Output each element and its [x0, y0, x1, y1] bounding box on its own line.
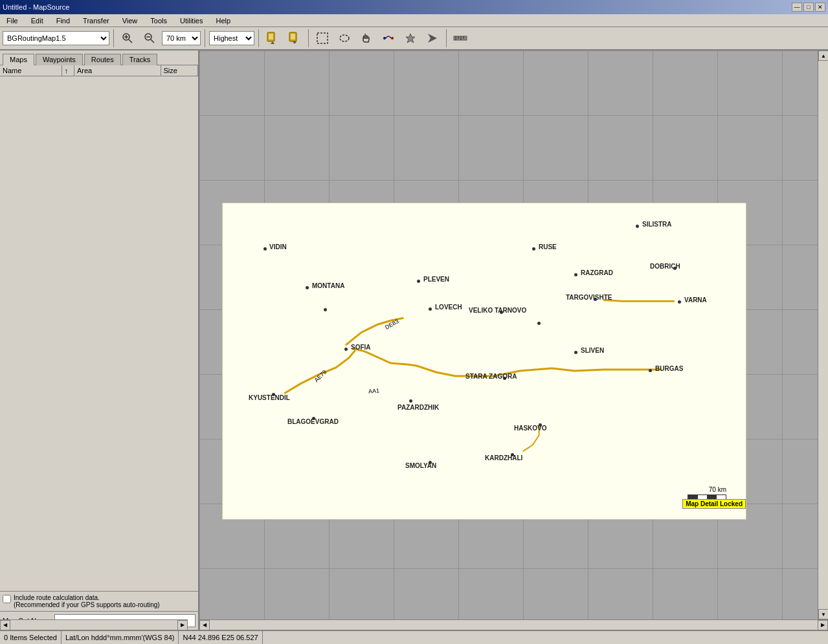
city-dobrich-label: DOBRICH — [650, 263, 680, 270]
toolbar: BGRoutingMap1.5 70 km 120 km 30 km 15 km… — [0, 27, 828, 50]
city-silistra-label: SILISTRA — [642, 221, 672, 228]
city-sz-label: STARA ZAGORA — [465, 373, 517, 380]
scroll-right-arrow[interactable]: ▶ — [177, 620, 188, 630]
road-label-aa1: AA1 — [368, 387, 380, 394]
city-pazardzhik-label: PAZARDZHIK — [397, 404, 439, 411]
map-roads-svg — [223, 203, 746, 519]
svg-marker-17 — [406, 34, 415, 43]
items-selected-panel: 0 Items Selected — [0, 631, 62, 644]
menu-find[interactable]: Find — [52, 16, 74, 26]
left-horizontal-scrollbar[interactable]: ◀ ▶ — [0, 619, 188, 630]
left-panel: Maps Waypoints Routes Tracks Name ↑ Area… — [0, 50, 199, 630]
coords-format-text: Lat/Lon hddd°mm.mmm'(WGS 84) — [65, 634, 175, 641]
svg-point-14 — [340, 35, 349, 41]
map-area[interactable]: VIDIN MONTANA PLEVEN LOVECH RUSE RAZGRAD… — [199, 50, 818, 619]
measure-tool-button[interactable] — [451, 29, 470, 47]
route-tool-button[interactable] — [379, 29, 398, 47]
column-area[interactable]: Area — [74, 65, 161, 76]
map-and-scrollbar: VIDIN MONTANA PLEVEN LOVECH RUSE RAZGRAD… — [199, 50, 828, 619]
menu-tools[interactable]: Tools — [146, 16, 171, 26]
city-montana-label: MONTANA — [312, 282, 344, 289]
map-scroll-left[interactable]: ◀ — [199, 620, 210, 630]
scale-bar: 70 km — [688, 486, 726, 500]
city-varna-label: VARNA — [684, 296, 707, 304]
menu-view[interactable]: View — [118, 16, 142, 26]
send-to-device-button[interactable] — [263, 29, 282, 47]
maximize-button[interactable]: □ — [803, 3, 814, 12]
tab-maps[interactable]: Maps — [3, 54, 34, 65]
title-bar: Untitled - MapSource — □ ✕ — [0, 0, 828, 14]
menu-transfer[interactable]: Transfer — [79, 16, 113, 26]
scroll-left-arrow[interactable]: ◀ — [0, 620, 10, 630]
svg-point-15 — [383, 37, 386, 39]
city-silistra-dot — [636, 225, 639, 228]
dot-extra-1 — [537, 322, 541, 325]
lasso-tool-button[interactable] — [335, 29, 354, 47]
menu-file[interactable]: File — [3, 16, 22, 26]
city-vidin-dot — [263, 247, 267, 250]
zoom-selector[interactable]: 70 km 120 km 30 km 15 km — [162, 31, 201, 45]
map-canvas: VIDIN MONTANA PLEVEN LOVECH RUSE RAZGRAD… — [199, 50, 818, 619]
separator-4 — [308, 29, 309, 47]
select-tool-button[interactable] — [313, 29, 332, 47]
detail-selector[interactable]: Highest High Normal Low Lowest — [209, 31, 254, 45]
city-lovech-dot — [429, 307, 432, 311]
city-vt-label: VELIKO TARNOVO — [469, 307, 526, 314]
svg-point-16 — [391, 37, 394, 39]
scroll-track-v[interactable] — [818, 61, 828, 609]
arrow-tool-button[interactable] — [423, 29, 442, 47]
city-pleven-dot — [417, 280, 420, 283]
svg-rect-11 — [291, 34, 295, 39]
tab-tracks[interactable]: Tracks — [122, 54, 158, 65]
main-layout: Maps Waypoints Routes Tracks Name ↑ Area… — [0, 50, 828, 630]
svg-marker-9 — [271, 41, 274, 44]
city-varna-dot — [678, 300, 681, 304]
title-text: Untitled - MapSource — [3, 3, 69, 11]
map-selector[interactable]: BGRoutingMap1.5 — [3, 31, 109, 45]
city-vidin-label: VIDIN — [269, 243, 287, 250]
bulgaria-map-rect: VIDIN MONTANA PLEVEN LOVECH RUSE RAZGRAD… — [222, 203, 746, 520]
zoom-in-button[interactable] — [118, 29, 137, 47]
city-montana-dot — [306, 286, 309, 289]
tab-waypoints[interactable]: Waypoints — [36, 54, 83, 65]
column-size[interactable]: Size — [161, 65, 198, 76]
tab-bar: Maps Waypoints Routes Tracks — [0, 50, 198, 65]
separator-5 — [446, 29, 447, 47]
menu-edit[interactable]: Edit — [27, 16, 47, 26]
hand-tool-button[interactable] — [357, 29, 376, 47]
zoom-out-button[interactable] — [140, 29, 159, 47]
receive-from-device-button[interactable] — [285, 29, 304, 47]
tab-routes[interactable]: Routes — [84, 54, 121, 65]
route-data-label: Include route calculation data.(Recommen… — [14, 594, 160, 608]
title-bar-buttons: — □ ✕ — [792, 3, 825, 12]
map-horizontal-scrollbar[interactable]: ◀ ▶ — [199, 619, 828, 630]
city-razgrad-dot — [574, 273, 577, 276]
scroll-up-arrow[interactable]: ▲ — [818, 50, 828, 61]
menu-bar: File Edit Find Transfer View Tools Utili… — [0, 14, 828, 27]
city-pleven-label: PLEVEN — [423, 276, 449, 283]
position-panel: N44 24.896 E25 06.527 — [179, 631, 262, 644]
right-vertical-scrollbar[interactable]: ▲ ▼ — [818, 50, 828, 619]
map-scroll-right[interactable]: ▶ — [818, 620, 828, 630]
route-data-checkbox[interactable] — [3, 595, 11, 603]
minimize-button[interactable]: — — [792, 3, 802, 12]
city-sliven-dot — [574, 351, 577, 354]
city-burgas-dot — [649, 369, 652, 372]
waypoint-tool-button[interactable] — [401, 29, 420, 47]
separator-3 — [258, 29, 259, 47]
menu-help[interactable]: Help — [212, 16, 234, 26]
route-data-checkbox-label: Include route calculation data.(Recommen… — [3, 594, 196, 608]
column-sort-arrow[interactable]: ↑ — [62, 65, 74, 76]
svg-line-1 — [129, 39, 132, 43]
table-header: Name ↑ Area Size — [0, 65, 198, 76]
close-button[interactable]: ✕ — [815, 3, 825, 12]
city-targovishte-label: TARGOVISHTE — [566, 294, 612, 301]
menu-utilities[interactable]: Utilities — [176, 16, 207, 26]
city-sofia-label: SOFIA — [351, 344, 371, 351]
column-name[interactable]: Name — [0, 65, 62, 76]
svg-line-5 — [151, 39, 154, 43]
city-sliven-label: SLIVEN — [581, 347, 604, 354]
city-lovech-label: LOVECH — [435, 304, 462, 311]
scroll-down-arrow[interactable]: ▼ — [818, 609, 828, 619]
dot-extra-2 — [324, 308, 327, 311]
